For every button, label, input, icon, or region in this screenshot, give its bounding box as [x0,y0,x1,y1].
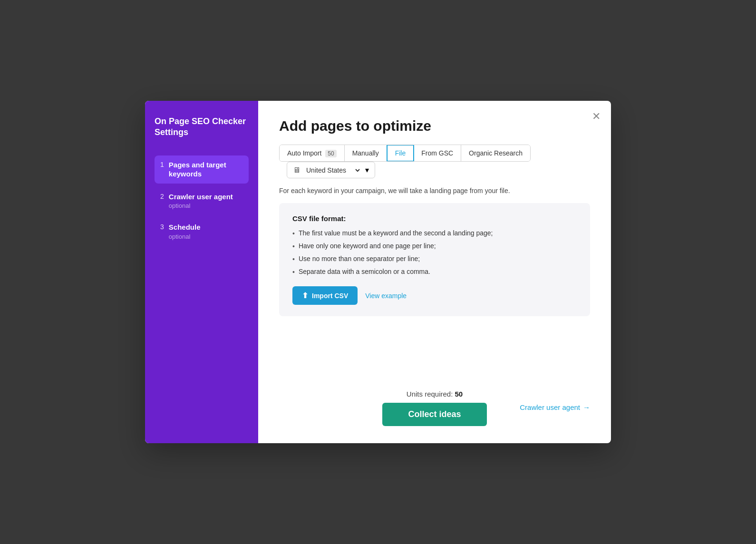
collect-ideas-button[interactable]: Collect ideas [382,403,487,426]
tab-auto-import[interactable]: Auto Import 50 [280,145,345,161]
sidebar-title: On Page SEO Checker Settings [155,116,249,138]
csv-format-box: CSV file format: • The first value must … [279,203,590,316]
step-number-1: 1 [160,161,164,168]
csv-list-item-2: • Have only one keyword and one page per… [292,242,577,250]
arrow-icon: → [583,403,590,411]
modal-overlay[interactable]: On Page SEO Checker Settings 1 Pages and… [0,0,756,544]
csv-title: CSV file format: [292,214,577,223]
units-text: Units required: 50 [407,390,463,398]
sidebar-step-2[interactable]: 2 Crawler user agent optional [155,187,249,214]
step-2-sublabel: optional [169,202,233,209]
chevron-down-icon: ▾ [365,165,369,175]
modal-dialog: On Page SEO Checker Settings 1 Pages and… [145,101,611,443]
step-2-label: Crawler user agent [169,192,233,202]
tabs-group: Auto Import 50 Manually File From GSC Or… [279,145,531,162]
close-button[interactable]: ✕ [590,109,602,124]
csv-list-item-4: • Separate data with a semicolon or a co… [292,268,577,276]
step-3-content: Schedule optional [169,223,201,240]
step-3-label: Schedule [169,223,201,232]
bullet-4: • [292,268,295,276]
tab-from-gsc[interactable]: From GSC [414,145,461,161]
country-selector[interactable]: 🖥 United States United Kingdom Canada Au… [287,162,375,178]
sidebar-step-3[interactable]: 3 Schedule optional [155,218,249,245]
import-csv-button[interactable]: ⬆ Import CSV [292,286,358,305]
bullet-2: • [292,243,295,250]
step-2-content: Crawler user agent optional [169,192,233,210]
step-number-3: 3 [160,223,164,231]
main-content: ✕ Add pages to optimize Auto Import 50 M… [258,101,611,443]
csv-list-item-1: • The first value must be a keyword and … [292,229,577,237]
crawler-user-agent-link[interactable]: Crawler user agent → [520,403,590,411]
step-1-content: Pages and target keywords [169,160,243,179]
tab-organic-research[interactable]: Organic Research [461,145,530,161]
sidebar-step-1[interactable]: 1 Pages and target keywords [155,155,249,184]
step-number-2: 2 [160,193,164,200]
sidebar: On Page SEO Checker Settings 1 Pages and… [145,101,258,443]
country-select[interactable]: United States United Kingdom Canada Aust… [304,166,361,175]
auto-import-badge: 50 [325,150,336,157]
bullet-3: • [292,255,295,263]
upload-icon: ⬆ [302,291,308,300]
csv-actions: ⬆ Import CSV View example [292,286,577,305]
footer-row: Units required: 50 Collect ideas Crawler… [279,390,590,426]
sidebar-steps: 1 Pages and target keywords 2 Crawler us… [155,155,249,245]
description-text: For each keyword in your campaign, we wi… [279,187,590,194]
step-3-sublabel: optional [169,233,201,240]
modal-footer: Units required: 50 Collect ideas Crawler… [279,379,590,426]
footer-center: Units required: 50 Collect ideas [382,390,487,426]
csv-list: • The first value must be a keyword and … [292,229,577,276]
step-1-label: Pages and target keywords [169,160,243,179]
bullet-1: • [292,230,295,237]
csv-list-item-3: • Use no more than one separator per lin… [292,255,577,263]
monitor-icon: 🖥 [293,166,300,175]
tab-manually[interactable]: Manually [345,145,387,161]
tab-file[interactable]: File [387,145,415,162]
page-title: Add pages to optimize [279,118,590,134]
units-value: 50 [455,390,463,398]
tabs-row: Auto Import 50 Manually File From GSC Or… [279,145,590,178]
view-example-link[interactable]: View example [365,292,407,300]
